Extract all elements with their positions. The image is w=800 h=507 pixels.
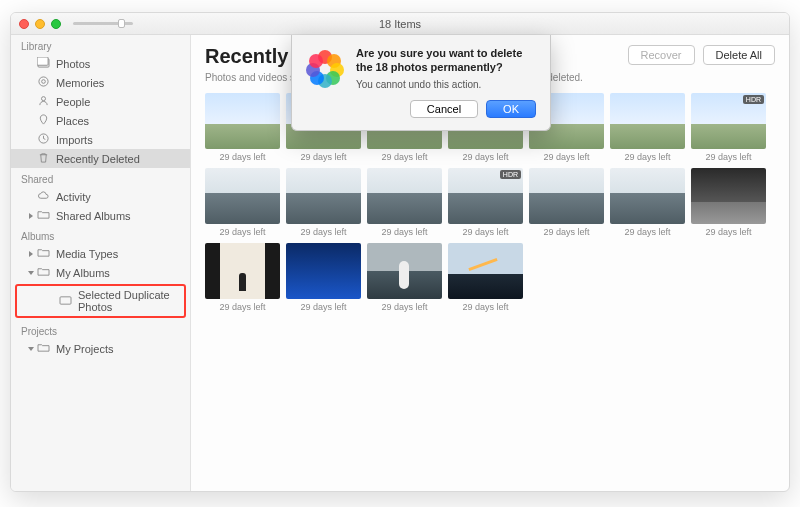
photo-cell[interactable]: HDR29 days left <box>448 168 523 237</box>
photo-cell[interactable]: 29 days left <box>691 168 766 237</box>
photo-thumbnail[interactable] <box>367 168 442 224</box>
days-left-caption: 29 days left <box>367 227 442 237</box>
svg-rect-6 <box>60 296 71 303</box>
delete-all-button[interactable]: Delete All <box>703 45 775 65</box>
sidebar-item-label: Media Types <box>56 248 118 260</box>
sidebar-header: Shared <box>11 168 190 187</box>
photo-thumbnail[interactable] <box>448 243 523 299</box>
fullscreen-window-button[interactable] <box>51 19 61 29</box>
folder-icon <box>37 342 50 355</box>
photo-thumbnail[interactable] <box>205 93 280 149</box>
close-window-button[interactable] <box>19 19 29 29</box>
thumbnail-size-slider[interactable] <box>73 19 133 29</box>
minimize-window-button[interactable] <box>35 19 45 29</box>
folder-icon <box>37 266 50 279</box>
photo-cell[interactable]: HDR29 days left <box>691 93 766 162</box>
sidebar: LibraryPhotosMemoriesPeoplePlacesImports… <box>11 35 191 491</box>
photo-thumbnail[interactable] <box>529 168 604 224</box>
people-icon <box>37 95 50 108</box>
svg-point-4 <box>41 97 45 101</box>
places-icon <box>37 114 50 127</box>
sidebar-item-label: People <box>56 96 90 108</box>
recover-button[interactable]: Recover <box>628 45 695 65</box>
sidebar-item-label: Shared Albums <box>56 210 131 222</box>
days-left-caption: 29 days left <box>610 152 685 162</box>
photo-thumbnail[interactable]: HDR <box>691 93 766 149</box>
svg-point-3 <box>42 80 46 84</box>
days-left-caption: 29 days left <box>610 227 685 237</box>
photo-thumbnail[interactable] <box>286 243 361 299</box>
days-left-caption: 29 days left <box>205 152 280 162</box>
days-left-caption: 29 days left <box>367 152 442 162</box>
sidebar-item-media-types[interactable]: Media Types <box>11 244 190 263</box>
memories-icon <box>37 76 50 89</box>
photo-cell[interactable]: 29 days left <box>610 93 685 162</box>
disclosure-triangle-icon <box>29 213 33 219</box>
sidebar-item-photos[interactable]: Photos <box>11 54 190 73</box>
photo-thumbnail[interactable] <box>205 168 280 224</box>
sidebar-item-my-projects[interactable]: My Projects <box>11 339 190 358</box>
sidebar-item-places[interactable]: Places <box>11 111 190 130</box>
days-left-caption: 29 days left <box>529 227 604 237</box>
days-left-caption: 29 days left <box>205 227 280 237</box>
photo-cell[interactable]: 29 days left <box>610 168 685 237</box>
sidebar-item-label: Photos <box>56 58 90 70</box>
days-left-caption: 29 days left <box>286 152 361 162</box>
photo-thumbnail[interactable] <box>286 168 361 224</box>
disclosure-triangle-icon <box>28 347 34 351</box>
ok-button[interactable]: OK <box>486 100 536 118</box>
days-left-caption: 29 days left <box>448 152 523 162</box>
sidebar-item-activity[interactable]: Activity <box>11 187 190 206</box>
photo-thumbnail[interactable] <box>367 243 442 299</box>
hdr-badge: HDR <box>743 95 764 104</box>
imports-icon <box>37 133 50 146</box>
photo-thumbnail[interactable] <box>610 93 685 149</box>
sidebar-item-label: Memories <box>56 77 104 89</box>
confirm-delete-dialog: Are you sure you want to delete the 18 p… <box>291 35 551 131</box>
svg-point-2 <box>39 77 48 86</box>
sidebar-item-my-albums[interactable]: My Albums <box>11 263 190 282</box>
days-left-caption: 29 days left <box>367 302 442 312</box>
sidebar-item-label: My Projects <box>56 343 113 355</box>
sidebar-item-shared-albums[interactable]: Shared Albums <box>11 206 190 225</box>
album-icon <box>59 295 72 308</box>
photo-cell[interactable]: 29 days left <box>205 243 280 312</box>
sidebar-item-people[interactable]: People <box>11 92 190 111</box>
photo-thumbnail[interactable] <box>205 243 280 299</box>
sidebar-item-label: My Albums <box>56 267 110 279</box>
photos-app-icon <box>304 47 346 89</box>
photo-cell[interactable]: 29 days left <box>205 93 280 162</box>
sidebar-item-label: Activity <box>56 191 91 203</box>
dialog-detail: You cannot undo this action. <box>356 79 536 90</box>
photos-icon <box>37 57 50 70</box>
disclosure-triangle-icon <box>28 271 34 275</box>
photo-cell[interactable]: 29 days left <box>367 243 442 312</box>
days-left-caption: 29 days left <box>448 227 523 237</box>
photo-cell[interactable]: 29 days left <box>529 168 604 237</box>
days-left-caption: 29 days left <box>205 302 280 312</box>
sidebar-item-recently-deleted[interactable]: Recently Deleted <box>11 149 190 168</box>
sidebar-item-selected-duplicate-photos[interactable]: Selected Duplicate Photos <box>17 286 184 316</box>
photo-cell[interactable]: 29 days left <box>205 168 280 237</box>
days-left-caption: 29 days left <box>691 152 766 162</box>
photo-cell[interactable]: 29 days left <box>286 243 361 312</box>
folder-icon <box>37 209 50 222</box>
photo-cell[interactable]: 29 days left <box>448 243 523 312</box>
sidebar-header: Albums <box>11 225 190 244</box>
app-window: 18 Items LibraryPhotosMemoriesPeoplePlac… <box>10 12 790 492</box>
cancel-button[interactable]: Cancel <box>410 100 478 118</box>
photo-thumbnail[interactable] <box>610 168 685 224</box>
hdr-badge: HDR <box>500 170 521 179</box>
sidebar-item-imports[interactable]: Imports <box>11 130 190 149</box>
sidebar-header: Library <box>11 35 190 54</box>
disclosure-triangle-icon <box>29 251 33 257</box>
photo-thumbnail[interactable] <box>691 168 766 224</box>
sidebar-item-label: Selected Duplicate Photos <box>78 289 174 313</box>
days-left-caption: 29 days left <box>691 227 766 237</box>
svg-rect-1 <box>37 57 48 65</box>
photo-cell[interactable]: 29 days left <box>286 168 361 237</box>
sidebar-item-memories[interactable]: Memories <box>11 73 190 92</box>
photo-cell[interactable]: 29 days left <box>367 168 442 237</box>
days-left-caption: 29 days left <box>529 152 604 162</box>
photo-thumbnail[interactable]: HDR <box>448 168 523 224</box>
